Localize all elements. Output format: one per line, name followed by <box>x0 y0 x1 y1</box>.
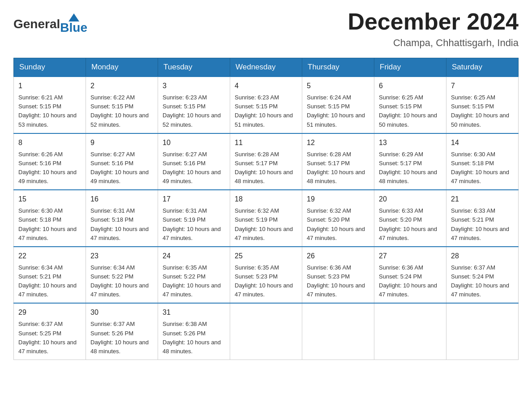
day-info: Sunrise: 6:24 AMSunset: 5:15 PMDaylight:… <box>307 93 369 129</box>
table-row <box>230 303 302 360</box>
day-info: Sunrise: 6:23 AMSunset: 5:15 PMDaylight:… <box>235 93 297 129</box>
day-number: 9 <box>90 137 153 148</box>
day-info: Sunrise: 6:36 AMSunset: 5:23 PMDaylight:… <box>307 263 369 300</box>
calendar-week-row: 22Sunrise: 6:34 AMSunset: 5:21 PMDayligh… <box>14 247 519 304</box>
table-row: 1Sunrise: 6:21 AMSunset: 5:15 PMDaylight… <box>14 77 86 133</box>
day-number: 22 <box>18 251 81 261</box>
day-info: Sunrise: 6:31 AMSunset: 5:19 PMDaylight:… <box>163 206 225 243</box>
month-title: December 2024 <box>348 9 519 34</box>
table-row: 25Sunrise: 6:35 AMSunset: 5:23 PMDayligh… <box>230 247 302 304</box>
table-row: 22Sunrise: 6:34 AMSunset: 5:21 PMDayligh… <box>14 247 86 304</box>
calendar-week-row: 8Sunrise: 6:26 AMSunset: 5:16 PMDaylight… <box>14 133 519 190</box>
day-info: Sunrise: 6:37 AMSunset: 5:25 PMDaylight:… <box>18 320 81 356</box>
table-row: 17Sunrise: 6:31 AMSunset: 5:19 PMDayligh… <box>158 190 230 247</box>
table-row: 23Sunrise: 6:34 AMSunset: 5:22 PMDayligh… <box>86 247 158 304</box>
table-row <box>446 303 519 360</box>
day-info: Sunrise: 6:28 AMSunset: 5:17 PMDaylight:… <box>235 150 297 186</box>
day-number: 10 <box>163 137 225 148</box>
day-info: Sunrise: 6:30 AMSunset: 5:18 PMDaylight:… <box>451 150 514 186</box>
day-info: Sunrise: 6:33 AMSunset: 5:20 PMDaylight:… <box>379 206 442 243</box>
table-row <box>302 303 374 360</box>
day-info: Sunrise: 6:22 AMSunset: 5:15 PMDaylight:… <box>90 93 153 129</box>
table-row: 31Sunrise: 6:38 AMSunset: 5:26 PMDayligh… <box>158 303 230 360</box>
day-info: Sunrise: 6:35 AMSunset: 5:22 PMDaylight:… <box>163 263 225 300</box>
day-info: Sunrise: 6:36 AMSunset: 5:24 PMDaylight:… <box>379 263 442 300</box>
calendar-body: 1Sunrise: 6:21 AMSunset: 5:15 PMDaylight… <box>14 77 519 360</box>
table-row: 4Sunrise: 6:23 AMSunset: 5:15 PMDaylight… <box>230 77 302 133</box>
table-row: 28Sunrise: 6:37 AMSunset: 5:24 PMDayligh… <box>446 247 519 304</box>
day-info: Sunrise: 6:25 AMSunset: 5:15 PMDaylight:… <box>379 93 442 129</box>
calendar-week-row: 29Sunrise: 6:37 AMSunset: 5:25 PMDayligh… <box>14 303 519 360</box>
day-number: 1 <box>18 81 81 91</box>
table-row: 13Sunrise: 6:29 AMSunset: 5:17 PMDayligh… <box>374 133 446 190</box>
col-monday: Monday <box>86 58 158 77</box>
table-row: 6Sunrise: 6:25 AMSunset: 5:15 PMDaylight… <box>374 77 446 133</box>
col-wednesday: Wednesday <box>230 58 302 77</box>
day-info: Sunrise: 6:35 AMSunset: 5:23 PMDaylight:… <box>235 263 297 300</box>
day-number: 6 <box>379 81 442 91</box>
day-number: 13 <box>379 137 442 148</box>
day-info: Sunrise: 6:23 AMSunset: 5:15 PMDaylight:… <box>163 93 225 129</box>
day-number: 15 <box>18 194 81 205</box>
table-row: 3Sunrise: 6:23 AMSunset: 5:15 PMDaylight… <box>158 77 230 133</box>
title-section: December 2024 Champa, Chhattisgarh, Indi… <box>348 9 519 49</box>
day-number: 17 <box>163 194 225 205</box>
day-number: 29 <box>18 307 81 318</box>
day-number: 16 <box>90 194 153 205</box>
table-row: 10Sunrise: 6:27 AMSunset: 5:16 PMDayligh… <box>158 133 230 190</box>
day-number: 14 <box>451 137 514 148</box>
day-info: Sunrise: 6:21 AMSunset: 5:15 PMDaylight:… <box>18 93 81 129</box>
day-number: 5 <box>307 81 369 91</box>
logo: General Blue <box>13 13 87 35</box>
day-info: Sunrise: 6:27 AMSunset: 5:16 PMDaylight:… <box>90 150 153 186</box>
table-row: 21Sunrise: 6:33 AMSunset: 5:21 PMDayligh… <box>446 190 519 247</box>
day-number: 28 <box>451 251 514 261</box>
day-info: Sunrise: 6:26 AMSunset: 5:16 PMDaylight:… <box>18 150 81 186</box>
table-row: 30Sunrise: 6:37 AMSunset: 5:26 PMDayligh… <box>86 303 158 360</box>
table-row: 16Sunrise: 6:31 AMSunset: 5:18 PMDayligh… <box>86 190 158 247</box>
day-number: 11 <box>235 137 297 148</box>
location-subtitle: Champa, Chhattisgarh, India <box>348 37 519 49</box>
day-info: Sunrise: 6:32 AMSunset: 5:20 PMDaylight:… <box>307 206 369 243</box>
day-info: Sunrise: 6:25 AMSunset: 5:15 PMDaylight:… <box>451 93 514 129</box>
day-number: 12 <box>307 137 369 148</box>
day-info: Sunrise: 6:30 AMSunset: 5:18 PMDaylight:… <box>18 206 81 243</box>
col-saturday: Saturday <box>446 58 519 77</box>
table-row: 7Sunrise: 6:25 AMSunset: 5:15 PMDaylight… <box>446 77 519 133</box>
day-number: 3 <box>163 81 225 91</box>
day-info: Sunrise: 6:29 AMSunset: 5:17 PMDaylight:… <box>379 150 442 186</box>
day-info: Sunrise: 6:37 AMSunset: 5:26 PMDaylight:… <box>90 320 153 356</box>
table-row: 9Sunrise: 6:27 AMSunset: 5:16 PMDaylight… <box>86 133 158 190</box>
day-number: 24 <box>163 251 225 261</box>
table-row: 27Sunrise: 6:36 AMSunset: 5:24 PMDayligh… <box>374 247 446 304</box>
day-number: 4 <box>235 81 297 91</box>
table-row: 5Sunrise: 6:24 AMSunset: 5:15 PMDaylight… <box>302 77 374 133</box>
day-info: Sunrise: 6:33 AMSunset: 5:21 PMDaylight:… <box>451 206 514 243</box>
day-info: Sunrise: 6:27 AMSunset: 5:16 PMDaylight:… <box>163 150 225 186</box>
col-sunday: Sunday <box>14 58 86 77</box>
day-number: 27 <box>379 251 442 261</box>
day-number: 26 <box>307 251 369 261</box>
header-row: Sunday Monday Tuesday Wednesday Thursday… <box>14 58 519 77</box>
col-friday: Friday <box>374 58 446 77</box>
table-row: 11Sunrise: 6:28 AMSunset: 5:17 PMDayligh… <box>230 133 302 190</box>
day-number: 8 <box>18 137 81 148</box>
table-row: 12Sunrise: 6:28 AMSunset: 5:17 PMDayligh… <box>302 133 374 190</box>
table-row: 24Sunrise: 6:35 AMSunset: 5:22 PMDayligh… <box>158 247 230 304</box>
table-row: 15Sunrise: 6:30 AMSunset: 5:18 PMDayligh… <box>14 190 86 247</box>
day-number: 18 <box>235 194 297 205</box>
day-info: Sunrise: 6:37 AMSunset: 5:24 PMDaylight:… <box>451 263 514 300</box>
day-info: Sunrise: 6:32 AMSunset: 5:19 PMDaylight:… <box>235 206 297 243</box>
day-number: 23 <box>90 251 153 261</box>
calendar-week-row: 15Sunrise: 6:30 AMSunset: 5:18 PMDayligh… <box>14 190 519 247</box>
day-info: Sunrise: 6:28 AMSunset: 5:17 PMDaylight:… <box>307 150 369 186</box>
day-info: Sunrise: 6:31 AMSunset: 5:18 PMDaylight:… <box>90 206 153 243</box>
day-number: 25 <box>235 251 297 261</box>
day-number: 20 <box>379 194 442 205</box>
calendar-week-row: 1Sunrise: 6:21 AMSunset: 5:15 PMDaylight… <box>14 77 519 133</box>
logo-blue-text: Blue <box>60 21 87 35</box>
day-info: Sunrise: 6:34 AMSunset: 5:22 PMDaylight:… <box>90 263 153 300</box>
col-tuesday: Tuesday <box>158 58 230 77</box>
table-row <box>374 303 446 360</box>
day-info: Sunrise: 6:38 AMSunset: 5:26 PMDaylight:… <box>163 320 225 356</box>
